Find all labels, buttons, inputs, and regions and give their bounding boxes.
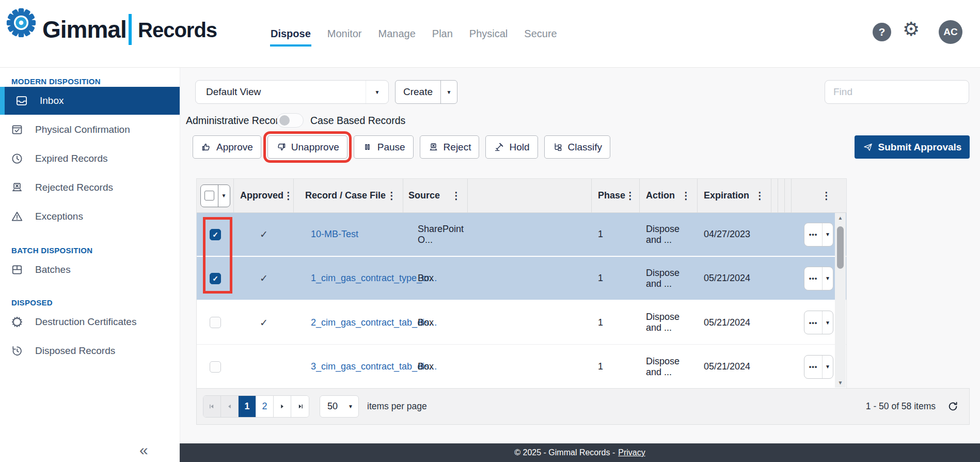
chevron-down-icon: ▼ (348, 404, 353, 409)
pause-button[interactable]: Pause (354, 135, 414, 159)
row-menu-split-button[interactable]: ••• ▼ (804, 223, 833, 247)
page-button-2[interactable]: 2 (256, 396, 274, 417)
sidebar-item-expired-records[interactable]: Expired Records (0, 145, 180, 173)
column-header-approved[interactable]: Approved ⋮ (234, 179, 294, 212)
column-header-expiration[interactable]: Expiration ⋮ (698, 179, 771, 212)
view-selector[interactable]: Default View ▼ (195, 80, 389, 104)
ellipsis-icon[interactable]: ••• (804, 356, 822, 378)
row-menu-caret[interactable]: ▼ (822, 267, 833, 290)
reject-button[interactable]: Reject (420, 135, 480, 159)
view-selector-caret[interactable]: ▼ (366, 81, 388, 103)
column-header-phase[interactable]: Phase ⋮ (592, 179, 640, 212)
approve-button[interactable]: Approve (193, 135, 261, 159)
nav-tab-plan[interactable]: Plan (432, 26, 453, 42)
sidebar-item-label: Disposed Records (35, 345, 115, 357)
scroll-down-icon[interactable]: ▼ (835, 380, 846, 386)
settings-gear-icon[interactable]: ⚙ (903, 20, 920, 39)
select-all-caret[interactable]: ▼ (218, 185, 230, 207)
table-row[interactable]: ✓ ✓ 10-MB-Test SharePoint O... 1 Dispose… (197, 213, 846, 257)
classify-button[interactable]: Classify (544, 135, 611, 159)
column-menu-icon[interactable]: ⋮ (387, 190, 397, 202)
sidebar-collapse-icon[interactable]: « (139, 441, 148, 459)
unapprove-button[interactable]: Unapprove (267, 135, 347, 159)
narrow-column (778, 179, 785, 212)
column-menu-icon[interactable]: ⋮ (625, 190, 635, 202)
record-link[interactable]: 10-MB-Test (311, 229, 358, 240)
help-icon[interactable]: ? (873, 23, 891, 41)
row-checkbox[interactable]: ✓ (210, 229, 221, 240)
column-header-record[interactable]: Record / Case File ⋮ (294, 179, 403, 212)
narrow-cell (771, 345, 778, 389)
nav-tab-secure[interactable]: Secure (524, 26, 557, 42)
admin-records-label: Administrative Records (186, 115, 289, 127)
next-page-button[interactable] (274, 396, 291, 417)
narrow-cell (784, 213, 790, 256)
table-row[interactable]: ✓ 2_cim_gas_contract_tab_dis... Box 1 Di… (197, 301, 846, 345)
sidebar-item-batches[interactable]: Batches (0, 256, 180, 284)
row-menu-split-button[interactable]: ••• ▼ (804, 267, 833, 290)
records-mode-toggle[interactable] (277, 113, 304, 128)
sidebar-item-label: Expired Records (35, 153, 107, 164)
scroll-up-icon[interactable]: ▲ (835, 215, 846, 221)
row-menu-caret[interactable]: ▼ (822, 311, 833, 334)
last-page-button[interactable] (291, 396, 309, 417)
ellipsis-icon[interactable]: ••• (804, 267, 822, 290)
table-row[interactable]: 3_cim_gas_contract_tab_dis... Box 1 Disp… (197, 345, 846, 389)
select-all-checkbox[interactable] (204, 191, 214, 201)
avatar[interactable]: AC (939, 20, 962, 44)
page-button-1[interactable]: 1 (239, 396, 256, 417)
nav-tab-monitor[interactable]: Monitor (327, 26, 362, 42)
row-menu-caret[interactable]: ▼ (822, 223, 833, 246)
source-cell: Box (403, 257, 468, 300)
row-checkbox[interactable]: ✓ (210, 273, 221, 284)
column-menu-icon[interactable]: ⋮ (821, 190, 831, 202)
privacy-link[interactable]: Privacy (618, 448, 645, 457)
table-row[interactable]: ✓ ✓ 1_cim_gas_contract_type_cr... Box 1 … (197, 257, 846, 301)
thumbs-down-icon (276, 142, 287, 152)
sidebar-item-label: Inbox (40, 95, 64, 106)
record-cell: 3_cim_gas_contract_tab_dis... (294, 345, 403, 389)
row-checkbox[interactable] (210, 361, 221, 373)
sidebar-item-rejected-records[interactable]: Rejected Records (0, 174, 180, 202)
column-menu-icon[interactable]: ⋮ (283, 190, 293, 202)
create-dropdown-caret[interactable]: ▼ (440, 81, 457, 103)
nav-tab-dispose[interactable]: Dispose (270, 26, 311, 42)
previous-page-button[interactable] (221, 396, 239, 417)
nav-tab-physical[interactable]: Physical (469, 26, 508, 42)
first-page-button[interactable] (203, 396, 221, 417)
column-header-source[interactable]: Source ⋮ (403, 179, 468, 212)
sidebar-item-inbox[interactable]: Inbox (0, 87, 180, 115)
sidebar-item-destruction-certificates[interactable]: Destruction Certificates (0, 308, 180, 336)
column-menu-icon[interactable]: ⋮ (755, 190, 765, 202)
row-menu-caret[interactable]: ▼ (822, 356, 833, 378)
row-menu-split-button[interactable]: ••• ▼ (804, 311, 833, 334)
sidebar-item-disposed-records[interactable]: Disposed Records (0, 337, 180, 365)
hold-button[interactable]: Hold (485, 135, 538, 159)
row-checkbox[interactable] (210, 317, 221, 328)
submit-approvals-button[interactable]: Submit Approvals (855, 135, 970, 159)
scrollbar-thumb[interactable] (837, 226, 844, 269)
nav-tab-manage[interactable]: Manage (378, 26, 416, 42)
unapprove-label: Unapprove (291, 142, 339, 153)
column-label: Approved (240, 190, 283, 201)
row-menu-split-button[interactable]: ••• ▼ (804, 355, 833, 379)
select-all-split-button[interactable]: ▼ (200, 184, 230, 207)
grid-vertical-scrollbar[interactable]: ▲ ▼ (835, 213, 846, 388)
sidebar-item-exceptions[interactable]: Exceptions (0, 203, 180, 230)
column-header-action[interactable]: Action ⋮ (640, 179, 698, 212)
ellipsis-icon[interactable]: ••• (804, 223, 822, 246)
column-menu-icon[interactable]: ⋮ (681, 190, 691, 202)
spacer-cell (468, 257, 592, 300)
pager-range-label: 1 - 50 of 58 items (866, 401, 936, 412)
column-label: Record / Case File (305, 190, 386, 201)
column-menu-icon[interactable]: ⋮ (451, 190, 461, 202)
pause-icon (362, 142, 373, 152)
find-input[interactable] (825, 80, 969, 104)
clock-icon (10, 152, 24, 165)
page-size-selector[interactable]: 50 ▼ (320, 395, 359, 418)
ellipsis-icon[interactable]: ••• (804, 311, 822, 334)
refresh-icon[interactable] (947, 401, 959, 412)
sidebar-item-physical-confirmation[interactable]: Physical Confirmation (0, 116, 180, 144)
create-button[interactable]: Create ▼ (395, 80, 457, 104)
action-cell: Dispose and ... (640, 257, 698, 300)
